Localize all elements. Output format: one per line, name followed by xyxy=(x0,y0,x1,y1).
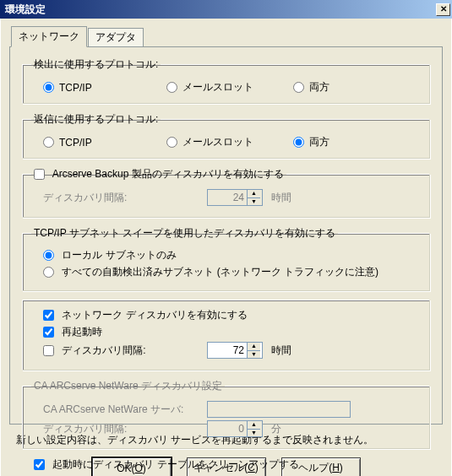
radio-reply-mailslot[interactable]: メールスロット xyxy=(166,135,293,149)
radio-detect-mailslot[interactable]: メールスロット xyxy=(166,80,293,95)
checkbox-network-discovery-input[interactable] xyxy=(43,310,54,321)
group-detect-legend: 検出に使用するプロトコル: xyxy=(31,57,161,72)
spinner-buttons: ▲ ▼ xyxy=(247,190,260,205)
radio-detect-tcpip-input[interactable] xyxy=(43,82,54,93)
group-subnet-legend: TCP/IP サブネット スイープを使用したディスカバリを有効にする xyxy=(31,226,338,241)
radio-reply-tcpip-label: TCP/IP xyxy=(59,137,92,149)
title-bar: 環境設定 ✕ xyxy=(0,0,452,19)
radio-detect-tcpip[interactable]: TCP/IP xyxy=(31,82,166,94)
netware-interval-label: ディスカバリ間隔: xyxy=(31,422,207,436)
radio-reply-both-input[interactable] xyxy=(293,137,304,148)
radio-reply-mailslot-input[interactable] xyxy=(166,137,177,148)
group-arcserve-product: Arcserve Backup 製品のディスカバリを有効にする ディスカバリ間隔… xyxy=(22,167,430,218)
checkbox-network-discovery[interactable]: ネットワーク ディスカバリを有効にする xyxy=(43,308,248,322)
radio-detect-both-input[interactable] xyxy=(293,82,304,93)
close-icon[interactable]: ✕ xyxy=(436,3,450,16)
chevron-up-icon[interactable]: ▲ xyxy=(247,421,260,429)
radio-reply-tcpip-input[interactable] xyxy=(43,137,54,148)
radio-detect-tcpip-label: TCP/IP xyxy=(59,82,92,94)
radio-detect-both-label: 両方 xyxy=(309,80,329,95)
group-netware-legend: CA ARCserve NetWare ディスカバリ設定 xyxy=(31,379,225,393)
radio-reply-both-label: 両方 xyxy=(309,135,329,149)
group-detect-protocol: 検出に使用するプロトコル: TCP/IP メールスロット 両方 xyxy=(22,57,430,104)
checkbox-cleanup[interactable]: 起動時にディスカバリ テーブルをクリーンアップする xyxy=(34,457,299,472)
group-arcserve-legend: Arcserve Backup 製品のディスカバリを有効にする xyxy=(31,167,286,181)
radio-detect-both[interactable]: 両方 xyxy=(293,80,395,95)
group-reply-legend: 返信に使用するプロトコル: xyxy=(31,112,161,127)
netware-interval-unit: 分 xyxy=(271,422,281,436)
checkbox-discovery-interval-label: ディスカバリ間隔: xyxy=(62,344,145,356)
spinner-buttons: ▲ ▼ xyxy=(247,343,260,358)
chevron-up-icon[interactable]: ▲ xyxy=(247,343,260,350)
checkbox-cleanup-input[interactable] xyxy=(34,459,45,470)
spinner-buttons: ▲ ▼ xyxy=(247,421,260,436)
radio-reply-tcpip[interactable]: TCP/IP xyxy=(31,137,166,149)
netware-interval-stepper[interactable]: ▲ ▼ xyxy=(207,420,263,437)
radio-detect-mailslot-input[interactable] xyxy=(166,82,177,93)
chevron-down-icon[interactable]: ▼ xyxy=(247,429,260,437)
group-network-discovery: ネットワーク ディスカバリを有効にする 再起動時 ディスカバリ間隔: xyxy=(22,300,430,371)
tabstrip: ネットワーク アダプタ xyxy=(11,26,443,47)
arcserve-interval-stepper[interactable]: ▲ ▼ xyxy=(207,189,263,206)
radio-detect-mailslot-label: メールスロット xyxy=(182,80,253,95)
discovery-interval-stepper[interactable]: ▲ ▼ xyxy=(207,342,263,359)
radio-subnet-local-input[interactable] xyxy=(43,250,54,261)
arcserve-interval-input[interactable] xyxy=(208,190,247,205)
radio-reply-mailslot-label: メールスロット xyxy=(182,135,253,149)
group-netware: CA ARCserve NetWare ディスカバリ設定 CA ARCserve… xyxy=(22,379,430,449)
checkbox-network-discovery-label: ネットワーク ディスカバリを有効にする xyxy=(62,309,247,321)
checkbox-onreboot-input[interactable] xyxy=(43,327,54,338)
arcserve-interval-unit: 時間 xyxy=(271,191,291,205)
discovery-interval-unit: 時間 xyxy=(271,343,291,358)
radio-subnet-local-label: ローカル サブネットのみ xyxy=(62,249,176,261)
checkbox-arcserve-enable-label: Arcserve Backup 製品のディスカバリを有効にする xyxy=(52,168,284,180)
netware-interval-input[interactable] xyxy=(208,421,247,436)
radio-subnet-all-label: すべての自動検出済みサブネット (ネットワーク トラフィックに注意) xyxy=(62,266,378,278)
chevron-down-icon[interactable]: ▼ xyxy=(247,350,260,359)
checkbox-onreboot[interactable]: 再起動時 xyxy=(43,325,102,339)
checkbox-arcserve-enable[interactable]: Arcserve Backup 製品のディスカバリを有効にする xyxy=(34,168,284,180)
checkbox-discovery-interval-wrap: ディスカバリ間隔: xyxy=(31,343,207,358)
radio-subnet-local[interactable]: ローカル サブネットのみ xyxy=(43,248,177,262)
chevron-up-icon[interactable]: ▲ xyxy=(247,190,260,197)
tab-network[interactable]: ネットワーク xyxy=(11,26,87,47)
checkbox-discovery-interval-input[interactable] xyxy=(43,345,54,356)
dialog-body: ネットワーク アダプタ 検出に使用するプロトコル: TCP/IP メールスロット… xyxy=(0,19,452,476)
window-title: 環境設定 xyxy=(5,3,46,17)
netware-server-label: CA ARCserve NetWare サーバ: xyxy=(31,403,207,417)
radio-reply-both[interactable]: 両方 xyxy=(293,135,395,149)
checkbox-discovery-interval[interactable]: ディスカバリ間隔: xyxy=(43,344,146,356)
group-reply-protocol: 返信に使用するプロトコル: TCP/IP メールスロット 両方 xyxy=(22,112,430,159)
radio-subnet-all[interactable]: すべての自動検出済みサブネット (ネットワーク トラフィックに注意) xyxy=(43,265,378,279)
netware-server-input[interactable] xyxy=(207,401,351,418)
checkbox-cleanup-label: 起動時にディスカバリ テーブルをクリーンアップする xyxy=(52,458,298,470)
checkbox-onreboot-label: 再起動時 xyxy=(62,326,102,338)
chevron-down-icon[interactable]: ▼ xyxy=(247,197,260,206)
arcserve-interval-label: ディスカバリ間隔: xyxy=(31,191,207,205)
checkbox-arcserve-enable-input[interactable] xyxy=(34,169,45,180)
radio-subnet-all-input[interactable] xyxy=(43,267,54,278)
discovery-interval-input[interactable] xyxy=(208,343,247,358)
tab-panel-network: 検出に使用するプロトコル: TCP/IP メールスロット 両方 返信に使用するプ… xyxy=(9,46,443,425)
group-subnet-sweep: TCP/IP サブネット スイープを使用したディスカバリを有効にする ローカル … xyxy=(22,226,430,291)
